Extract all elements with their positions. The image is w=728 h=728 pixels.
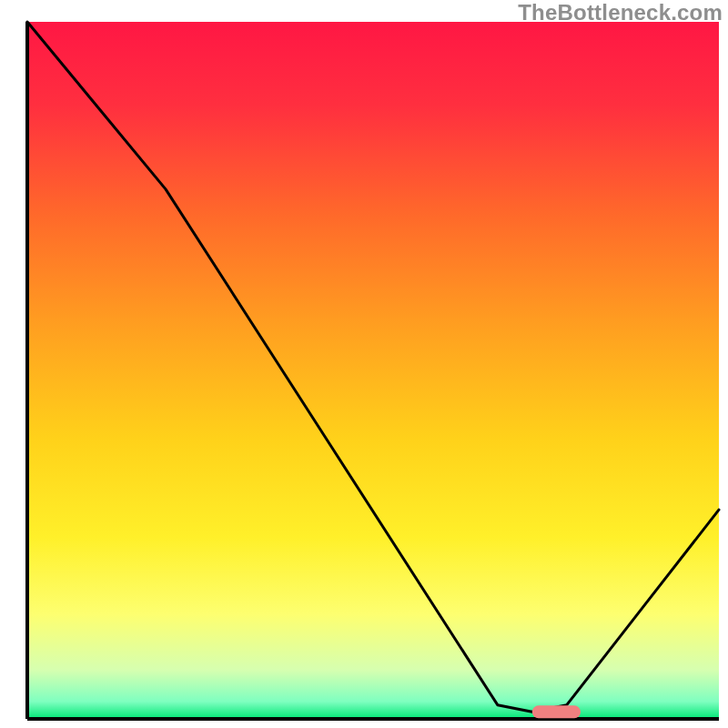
chart-container: TheBottleneck.com: [0, 0, 728, 728]
watermark-text: TheBottleneck.com: [518, 0, 723, 25]
chart-background: [27, 22, 719, 719]
bottleneck-chart: [0, 0, 728, 728]
optimal-marker: [532, 705, 581, 718]
